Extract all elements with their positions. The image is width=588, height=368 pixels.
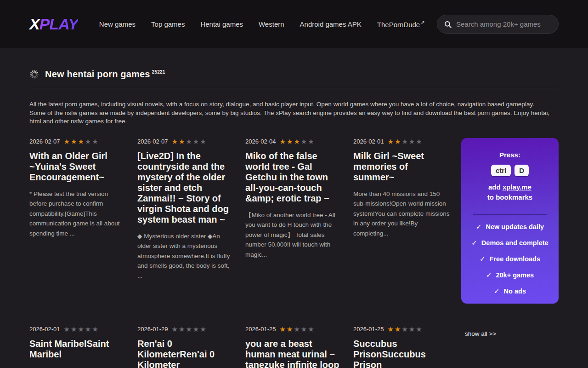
star-filled-icon: ★ bbox=[179, 138, 186, 145]
game-card: 2026-02-01 ★★★★★ Milk Girl ~Sweet memori… bbox=[353, 138, 451, 239]
xplay-logo[interactable]: XPLAY bbox=[29, 15, 78, 33]
star-empty-icon: ★ bbox=[301, 138, 308, 145]
star-filled-icon: ★ bbox=[287, 325, 294, 333]
star-empty-icon: ★ bbox=[186, 325, 192, 333]
key-ctrl[interactable]: ctrl bbox=[491, 165, 511, 176]
star-empty-icon: ★ bbox=[401, 325, 408, 333]
game-title-link[interactable]: Miko of the false world tree - Gal Getch… bbox=[245, 151, 343, 204]
star-filled-icon: ★ bbox=[71, 138, 78, 145]
add-bookmark-text: add xplay.me to bookmarks bbox=[468, 182, 552, 202]
nav-link-western[interactable]: Western bbox=[259, 20, 284, 28]
star-empty-icon: ★ bbox=[64, 325, 71, 333]
game-date: 2026-02-07 bbox=[29, 138, 60, 145]
intro-text: All the latest porn games, including vis… bbox=[29, 100, 559, 126]
game-description: Metroidvania-style Action... bbox=[29, 366, 127, 368]
star-filled-icon: ★ bbox=[395, 325, 401, 333]
star-empty-icon: ★ bbox=[416, 325, 423, 333]
nav-link-top-games[interactable]: Top games bbox=[151, 20, 185, 28]
game-card: 2026-02-01 ★★★★★ Saint MaribelSaint Mari… bbox=[29, 326, 127, 368]
star-filled-icon: ★ bbox=[287, 138, 294, 145]
show-all-cell: show all >> bbox=[461, 326, 559, 338]
search-box[interactable] bbox=[437, 15, 559, 34]
game-description: ◆ Mysterious older sister ◆An older sist… bbox=[137, 231, 235, 281]
press-label: Press: bbox=[468, 151, 552, 159]
nav-link-new-games[interactable]: New games bbox=[99, 20, 136, 28]
hotkeys: ctrlD bbox=[468, 165, 552, 176]
games-grid: 2026-02-07 ★★★★★ With an Older Girl ~Yui… bbox=[29, 138, 559, 368]
rating-stars: ★★★★★ bbox=[172, 138, 207, 145]
key-d[interactable]: D bbox=[514, 165, 529, 176]
game-date: 2026-01-25 bbox=[353, 326, 384, 333]
feature-item: ✓No ads bbox=[468, 287, 552, 295]
games-count: 25221 bbox=[152, 69, 165, 75]
logo-play: PLAY bbox=[40, 15, 78, 33]
game-title-link[interactable]: With an Older Girl ~Yuina's Sweet Encour… bbox=[29, 151, 127, 183]
star-empty-icon: ★ bbox=[92, 138, 99, 145]
star-empty-icon: ★ bbox=[200, 325, 207, 333]
external-link-icon: ↗ bbox=[420, 20, 424, 25]
show-all-link[interactable]: show all >> bbox=[465, 330, 496, 337]
xplay-me-link[interactable]: xplay.me bbox=[503, 183, 531, 191]
check-icon: ✓ bbox=[480, 255, 486, 263]
check-icon: ✓ bbox=[486, 271, 492, 279]
star-empty-icon: ★ bbox=[308, 138, 315, 145]
feature-item: ✓20k+ games bbox=[468, 271, 552, 279]
game-title-link[interactable]: you are a beast human meat urinal ~ tane… bbox=[245, 339, 343, 368]
star-empty-icon: ★ bbox=[78, 325, 85, 333]
nav-link-android-games-apk[interactable]: Android games APK bbox=[300, 20, 362, 28]
star-empty-icon: ★ bbox=[301, 325, 308, 333]
star-empty-icon: ★ bbox=[71, 325, 78, 333]
page-title: New hentai porn games25221 bbox=[45, 69, 165, 80]
game-date: 2026-02-01 bbox=[29, 326, 60, 333]
rating-stars: ★★★★★ bbox=[172, 326, 207, 333]
intro-line-2: Some of the nsfw games are made by indep… bbox=[29, 109, 559, 126]
star-empty-icon: ★ bbox=[92, 325, 99, 333]
game-title-link[interactable]: Milk Girl ~Sweet memories of summer~ bbox=[353, 151, 451, 183]
feature-item: ✓Demos and complete bbox=[468, 239, 552, 247]
star-empty-icon: ★ bbox=[179, 325, 186, 333]
star-filled-icon: ★ bbox=[64, 138, 71, 145]
feature-list: ✓New updates daily✓Demos and complete✓Fr… bbox=[468, 223, 552, 295]
loading-spinner-icon bbox=[29, 69, 39, 79]
search-input[interactable] bbox=[456, 20, 552, 28]
game-title-link[interactable]: Saint MaribelSaint Maribel bbox=[29, 339, 127, 360]
star-filled-icon: ★ bbox=[280, 138, 287, 145]
game-date: 2026-02-01 bbox=[353, 138, 384, 145]
game-card: 2026-02-07 ★★★★★ With an Older Girl ~Yui… bbox=[29, 138, 127, 239]
rating-stars: ★★★★★ bbox=[280, 138, 315, 145]
star-empty-icon: ★ bbox=[193, 325, 200, 333]
promo-divider bbox=[473, 214, 547, 215]
game-date: 2026-02-07 bbox=[137, 138, 168, 145]
game-date: 2026-02-04 bbox=[245, 138, 276, 145]
game-card: 2026-02-04 ★★★★★ Miko of the false world… bbox=[245, 138, 343, 260]
star-filled-icon: ★ bbox=[172, 138, 179, 145]
rating-stars: ★★★★★ bbox=[388, 326, 423, 333]
game-title-link[interactable]: Ren'ai 0 KilometerRen'ai 0 Kilometer bbox=[137, 339, 235, 368]
logo-x: X bbox=[29, 15, 40, 33]
game-title-link[interactable]: [Live2D] In the countryside and the myst… bbox=[137, 151, 235, 225]
game-card: 2026-01-29 ★★★★★ Ren'ai 0 KilometerRen'a… bbox=[137, 326, 235, 368]
nav-link-theporndude[interactable]: ThePornDude↗ bbox=[377, 20, 425, 29]
game-card: 2026-02-07 ★★★★★ [Live2D] In the country… bbox=[137, 138, 235, 281]
star-empty-icon: ★ bbox=[308, 325, 315, 333]
game-date: 2026-01-25 bbox=[245, 326, 276, 333]
star-empty-icon: ★ bbox=[193, 138, 200, 145]
star-empty-icon: ★ bbox=[409, 325, 416, 333]
nav-link-hentai-games[interactable]: Hentai games bbox=[200, 20, 243, 28]
star-empty-icon: ★ bbox=[85, 138, 92, 145]
star-filled-icon: ★ bbox=[78, 138, 85, 145]
search-icon bbox=[444, 20, 452, 29]
game-description: More than 40 missions and 150 sub-missio… bbox=[353, 189, 451, 239]
content: New hentai porn games25221 All the lates… bbox=[0, 69, 588, 368]
star-filled-icon: ★ bbox=[280, 325, 287, 333]
star-filled-icon: ★ bbox=[388, 138, 395, 145]
rating-stars: ★★★★★ bbox=[64, 138, 99, 145]
star-empty-icon: ★ bbox=[85, 325, 92, 333]
game-card: 2026-01-25 ★★★★★ you are a beast human m… bbox=[245, 326, 343, 368]
game-card: 2026-01-25 ★★★★★ Succubus PrisonSuccubus… bbox=[353, 326, 451, 368]
game-title-link[interactable]: Succubus PrisonSuccubus Prison bbox=[353, 339, 451, 368]
star-empty-icon: ★ bbox=[200, 138, 207, 145]
check-icon: ✓ bbox=[471, 239, 477, 247]
game-description: 【Miko of another world tree - All you wa… bbox=[245, 210, 343, 260]
star-filled-icon: ★ bbox=[388, 325, 395, 333]
